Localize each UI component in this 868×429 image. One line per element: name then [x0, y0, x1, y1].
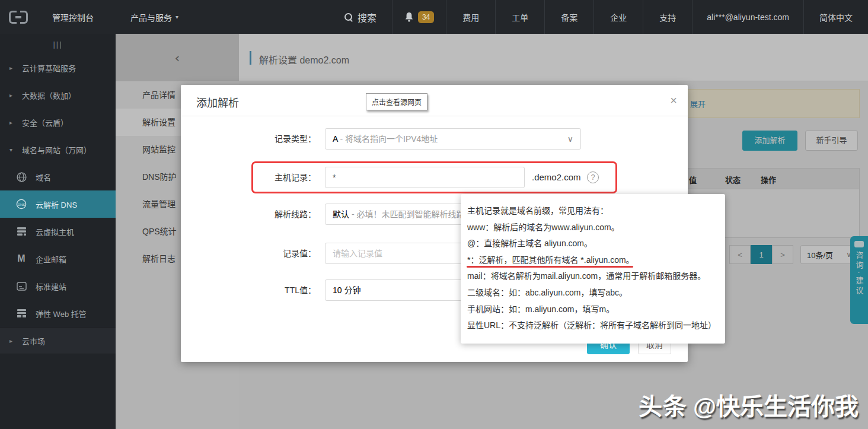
- sidebar-group-domains-websites[interactable]: ▾ 域名与网站（万网）: [0, 136, 116, 163]
- nav-products-menu[interactable]: 产品与服务 ▾: [130, 11, 178, 23]
- sidebar-group-label: 域名与网站（万网）: [22, 144, 91, 155]
- sidebar-item-cloud-dns[interactable]: DNS 云解析 DNS: [0, 190, 116, 218]
- record-type-desc: - 将域名指向一个IPV4地址: [338, 134, 438, 144]
- notification-badge: 34: [418, 11, 434, 23]
- nav-item-icp[interactable]: 备案: [544, 0, 593, 34]
- nav-item-enterprise[interactable]: 企业: [593, 0, 643, 34]
- dns-line-desc: - 必填！未匹配到智能解析线路: [349, 209, 464, 219]
- mail-icon: M: [15, 253, 27, 265]
- tooltip-line: www：解析后的域名为www.aliyun.com。: [467, 220, 725, 236]
- sidebar-item-elastic-web-hosting[interactable]: 弹性 Web 托管: [0, 300, 116, 327]
- sidebar-group-big-data[interactable]: ▸ 大数据（数加）: [0, 81, 116, 109]
- host-record-label: 主机记录：: [181, 167, 316, 188]
- record-type-row: 记录类型： A - 将域名指向一个IPV4地址 ∨: [181, 128, 688, 150]
- sidebar-item-site-builder[interactable]: 标准建站: [0, 272, 116, 300]
- chevron-right-icon: ▸: [9, 65, 18, 71]
- host-record-help-tooltip: 主机记录就是域名前缀，常见用法有： www：解析后的域名为www.aliyun.…: [461, 194, 725, 344]
- watermark: 头条@快乐生活你我: [639, 387, 859, 422]
- tooltip-line: 主机记录就是域名前缀，常见用法有：: [467, 203, 725, 220]
- nav-search-label: 搜索: [358, 10, 376, 24]
- svg-text:DNS: DNS: [18, 203, 25, 206]
- close-icon[interactable]: ×: [670, 94, 677, 107]
- sidebar-item-label: 企业邮箱: [36, 253, 66, 265]
- tooltip-line: 二级域名：如：abc.aliyun.com，填写abc。: [467, 285, 725, 301]
- watermark-brand: 头条: [639, 393, 687, 420]
- domain-suffix: .demo2.com: [532, 167, 581, 188]
- sidebar-group-cloud-computing[interactable]: ▸ 云计算基础服务: [0, 54, 116, 81]
- ttl-value: 10 分钟: [333, 285, 360, 295]
- chevron-down-icon: ∨: [567, 129, 573, 149]
- ttl-label: TTL值：: [181, 279, 316, 301]
- host-record-input[interactable]: [325, 167, 525, 188]
- host-record-row: 主机记录： .demo2.com ?: [181, 167, 688, 188]
- watermark-handle: @快乐生活你我: [693, 393, 859, 420]
- sidebar-item-enterprise-mail[interactable]: M 企业邮箱: [0, 245, 116, 272]
- site-icon: [15, 280, 27, 292]
- sidebar-item-label: 域名: [36, 171, 51, 183]
- tooltip-line: mail：将域名解析为mail.aliyun.com，通常用于解析邮箱服务器。: [467, 268, 725, 285]
- sidebar-item-label: 云虚拟主机: [36, 226, 74, 237]
- nav-language[interactable]: 简体中文: [803, 0, 868, 34]
- sidebar-group-security[interactable]: ▸ 安全（云盾）: [0, 109, 116, 136]
- aliyun-logo[interactable]: [0, 11, 37, 24]
- nav-item-billing[interactable]: 费用: [446, 0, 495, 34]
- record-type-select[interactable]: A - 将域名指向一个IPV4地址 ∨: [325, 128, 581, 150]
- tooltip-line: 手机网站：如：m.aliyun.com，填写m。: [467, 301, 725, 318]
- aliyun-logo-icon: [9, 11, 28, 24]
- record-value-label: 记录值：: [181, 243, 316, 264]
- top-navbar: 管理控制台 产品与服务 ▾ 搜索 34 费用 工单 备案 企业 支持 ali**…: [0, 0, 868, 34]
- tooltip-line: @：直接解析主域名 aliyun.com。: [467, 236, 725, 252]
- server-icon: [15, 225, 27, 237]
- sidebar-item-label: 弹性 Web 托管: [36, 308, 87, 319]
- modal-header: 添加解析 ×: [181, 85, 688, 116]
- nav-console-link[interactable]: 管理控制台: [52, 11, 94, 23]
- chevron-right-icon: ▸: [9, 92, 18, 98]
- chevron-down-icon: ▾: [175, 14, 178, 20]
- sidebar-group-label: 云市场: [22, 335, 45, 347]
- chevron-down-icon: ▾: [9, 147, 18, 153]
- sidebar-item-domains[interactable]: 域名: [0, 163, 116, 190]
- sidebar-item-web-hosting[interactable]: 云虚拟主机: [0, 218, 116, 245]
- sidebar-item-label: 标准建站: [36, 281, 66, 292]
- bell-icon: [404, 12, 414, 23]
- sidebar-group-label: 安全（云盾）: [22, 117, 68, 128]
- nav-products-label: 产品与服务: [130, 11, 172, 23]
- main-sidebar: ||| ▸ 云计算基础服务 ▸ 大数据（数加） ▸ 安全（云盾） ▾ 域名与网站…: [0, 34, 116, 429]
- sidebar-item-label: 云解析 DNS: [36, 199, 77, 210]
- dns-icon: DNS: [15, 198, 27, 210]
- sidebar-collapse-handle[interactable]: |||: [0, 34, 116, 54]
- nav-search[interactable]: 搜索: [329, 0, 392, 34]
- dns-line-value: 默认: [333, 209, 349, 219]
- sidebar-group-marketplace[interactable]: ▸ 云市场: [0, 327, 116, 354]
- globe-icon: [15, 171, 27, 183]
- record-type-label: 记录类型：: [181, 128, 316, 150]
- nav-item-tickets[interactable]: 工单: [495, 0, 544, 34]
- red-underline-annotation: [467, 266, 633, 268]
- sidebar-group-label: 大数据（数加）: [22, 90, 76, 101]
- chevron-right-icon: ▸: [9, 338, 18, 344]
- help-icon[interactable]: ?: [587, 171, 599, 183]
- nav-item-support[interactable]: 支持: [643, 0, 692, 34]
- search-icon: [344, 13, 353, 21]
- nav-account[interactable]: ali***@aliyun-test.com: [692, 0, 803, 34]
- record-type-value: A: [333, 134, 338, 144]
- chevron-right-icon: ▸: [9, 119, 18, 126]
- view-source-tooltip[interactable]: 点击查看源网页: [366, 93, 427, 110]
- dns-line-label: 解析线路：: [181, 204, 316, 225]
- hosting-icon: [15, 307, 27, 319]
- nav-notifications[interactable]: 34: [392, 0, 446, 34]
- tooltip-line: 显性URL：不支持泛解析（泛解析：将所有子域名解析到同一地址）: [467, 317, 725, 334]
- modal-title: 添加解析: [196, 94, 239, 110]
- sidebar-group-label: 云计算基础服务: [22, 62, 76, 74]
